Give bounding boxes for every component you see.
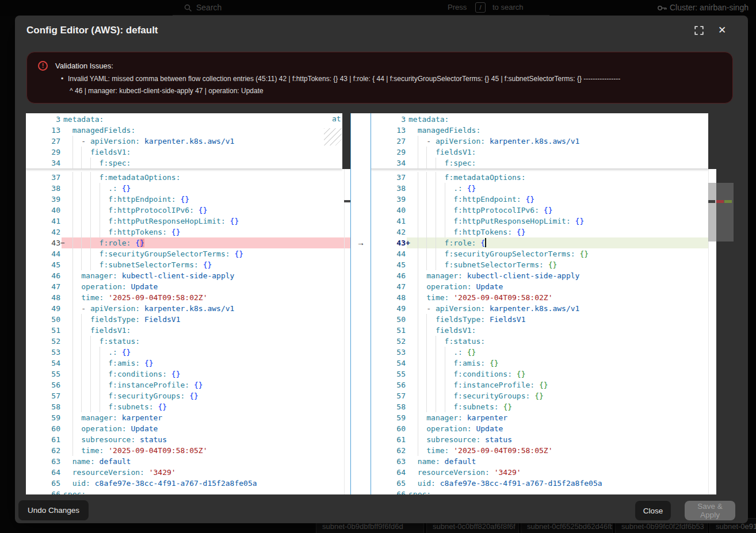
code-line-13[interactable]: 13managedFields: [26,125,342,136]
code-line-34[interactable]: 34f:spec: [371,158,708,168]
code-line-50[interactable]: 50fieldsType: FieldsV1 [371,314,716,325]
line-text: f:metadataOptions: [63,172,181,183]
diff-original-pane[interactable]: 37f:metadataOptions:38.: {}39f:httpEndpo… [26,113,350,494]
code-line-58[interactable]: 58f:subnets: {} [26,401,350,412]
line-number: 44 [26,248,60,259]
line-number: 62 [371,445,406,456]
code-line-3[interactable]: 3metadata: [26,114,342,125]
code-line-54[interactable]: 54f:amis: {} [26,358,350,369]
code-line-60[interactable]: 60operation: Update [371,423,716,434]
line-text: f:securityGroupSelectorTerms: {} [408,248,589,259]
close-button[interactable]: Close [635,501,671,520]
code-line-40[interactable]: 40f:httpProtocolIPv6: {} [371,205,716,216]
code-line-38[interactable]: 38.: {} [26,183,350,194]
line-text: time: '2025-09-04T09:58:05Z' [63,445,207,456]
code-line-45[interactable]: 45f:subnetSelectorTerms: {} [371,259,716,270]
code-line-42[interactable]: 42f:httpTokens: {} [371,227,716,237]
line-number: 42 [371,227,406,237]
code-line-63[interactable]: 63name: default [371,456,716,467]
save-apply-button[interactable]: Save & Apply [685,501,735,520]
code-line-65[interactable]: 65uid: c8afe97e-38cc-4f91-a767-d15f2a8fe… [371,478,716,489]
code-line-44[interactable]: 44f:securityGroupSelectorTerms: {} [371,248,716,259]
code-line-47[interactable]: 47operation: Update [26,281,350,292]
code-line-66[interactable]: 66spec: [26,489,350,494]
code-line-41[interactable]: 41f:httpPutResponseHopLimit: {} [371,216,716,227]
code-line-65[interactable]: 65uid: c8afe97e-38cc-4f91-a767-d15f2a8fe… [26,478,350,489]
line-number: 62 [26,445,60,456]
code-line-53[interactable]: 53.: {} [26,347,350,358]
code-line-48[interactable]: 48time: '2025-09-04T09:58:02Z' [371,292,716,303]
code-line-39[interactable]: 39f:httpEndpoint: {} [371,194,716,205]
code-line-57[interactable]: 57f:securityGroups: {} [26,390,350,401]
code-line-53[interactable]: 53.: {} [371,347,716,358]
code-line-55[interactable]: 55f:conditions: {} [371,369,716,379]
line-text: f:spec: [408,158,476,168]
diff-modified-pane[interactable]: 37f:metadataOptions:38.: {}39f:httpEndpo… [371,113,716,494]
code-line-34[interactable]: 34f:spec: [26,158,342,168]
code-line-61[interactable]: 61subresource: status [26,434,350,445]
code-line-46[interactable]: 46manager: kubectl-client-side-apply [371,270,716,281]
line-number: 34 [371,158,406,168]
code-line-52[interactable]: 52f:status: [371,336,716,347]
line-number: 38 [26,183,60,194]
code-line-58[interactable]: 58f:subnets: {} [371,401,716,412]
code-line-52[interactable]: 52f:status: [26,336,350,347]
diff-sash[interactable]: → [350,113,371,494]
code-line-61[interactable]: 61subresource: status [371,434,716,445]
code-line-13[interactable]: 13managedFields: [371,125,708,136]
code-line-49[interactable]: 49- apiVersion: karpenter.k8s.aws/v1 [371,303,716,314]
code-line-64[interactable]: 64resourceVersion: '3429' [26,467,350,478]
sticky-scroll-original[interactable]: 3metadata:13managedFields:27- apiVersion… [26,113,342,169]
code-line-50[interactable]: 50fieldsType: FieldsV1 [26,314,350,325]
code-line-63[interactable]: 63name: default [26,456,350,467]
code-line-55[interactable]: 55f:conditions: {} [26,369,350,379]
code-line-43[interactable]: 43+f:role: { [371,237,716,248]
code-line-43[interactable]: 43−f:role: {} [26,237,350,248]
code-line-47[interactable]: 47operation: Update [371,281,716,292]
code-line-3[interactable]: 3metadata: [371,114,708,125]
code-line-29[interactable]: 29fieldsV1: [371,147,708,158]
code-line-45[interactable]: 45f:subnetSelectorTerms: {} [26,259,350,270]
undo-changes-button[interactable]: Undo Changes [18,500,89,520]
code-line-66[interactable]: 66spec: [371,489,716,494]
code-line-59[interactable]: 59manager: karpenter [371,412,716,423]
code-line-41[interactable]: 41f:httpPutResponseHopLimit: {} [26,216,350,227]
code-line-38[interactable]: 38.: {} [371,183,716,194]
modified-code-lines: 37f:metadataOptions:38.: {}39f:httpEndpo… [371,172,716,494]
code-line-29[interactable]: 29fieldsV1: [26,147,342,158]
code-line-39[interactable]: 39f:httpEndpoint: {} [26,194,350,205]
code-line-44[interactable]: 44f:securityGroupSelectorTerms: {} [26,248,350,259]
line-number: 55 [371,369,406,379]
line-text: subresource: status [408,434,512,445]
code-line-48[interactable]: 48time: '2025-09-04T09:58:02Z' [26,292,350,303]
code-line-27[interactable]: 27- apiVersion: karpenter.k8s.aws/v1 [371,136,708,147]
code-line-46[interactable]: 46manager: kubectl-client-side-apply [26,270,350,281]
code-line-57[interactable]: 57f:securityGroups: {} [371,390,716,401]
code-line-62[interactable]: 62time: '2025-09-04T09:58:05Z' [371,445,716,456]
code-line-49[interactable]: 49- apiVersion: karpenter.k8s.aws/v1 [26,303,350,314]
code-line-54[interactable]: 54f:amis: {} [371,358,716,369]
hidden-region-hatch[interactable] [324,128,342,145]
validation-title: Validation Issues: [55,62,113,70]
fullscreen-icon[interactable] [694,25,704,36]
sticky-scroll-modified[interactable]: 3metadata:13managedFields:27- apiVersion… [371,113,708,169]
code-line-27[interactable]: 27- apiVersion: karpenter.k8s.aws/v1 [26,136,342,147]
code-line-56[interactable]: 56f:instanceProfile: {} [371,379,716,390]
code-line-59[interactable]: 59manager: karpenter [26,412,350,423]
line-number: 48 [26,292,60,303]
code-line-62[interactable]: 62time: '2025-09-04T09:58:05Z' [26,445,350,456]
code-line-37[interactable]: 37f:metadataOptions: [26,172,350,183]
code-line-37[interactable]: 37f:metadataOptions: [371,172,716,183]
code-line-51[interactable]: 51fieldsV1: [26,325,350,336]
code-line-40[interactable]: 40f:httpProtocolIPv6: {} [26,205,350,216]
diff-overview-scrollbar[interactable] [708,183,734,241]
code-line-56[interactable]: 56f:instanceProfile: {} [26,379,350,390]
revert-change-arrow-icon[interactable]: → [351,237,371,248]
line-number: 54 [371,358,406,369]
close-icon[interactable]: ✕ [718,25,726,36]
code-line-64[interactable]: 64resourceVersion: '3429' [371,467,716,478]
line-number: 38 [371,183,406,194]
code-line-51[interactable]: 51fieldsV1: [371,325,716,336]
code-line-60[interactable]: 60operation: Update [26,423,350,434]
code-line-42[interactable]: 42f:httpTokens: {} [26,227,350,237]
